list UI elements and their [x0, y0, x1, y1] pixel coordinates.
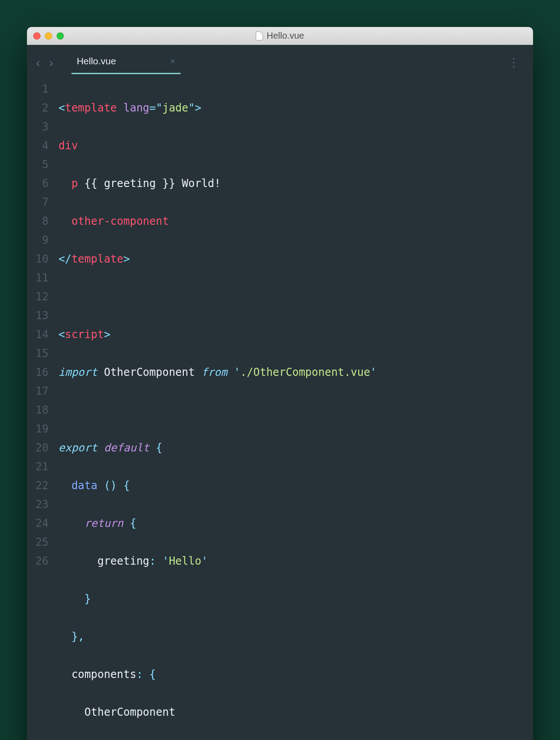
line-number: 2: [33, 98, 49, 117]
line-number: 12: [33, 287, 49, 306]
traffic-lights: [33, 32, 64, 40]
line-number: 26: [33, 552, 49, 571]
code-line: import OtherComponent from './OtherCompo…: [58, 363, 524, 382]
line-number: 4: [33, 136, 49, 155]
code-line: OtherComponent: [58, 703, 524, 722]
code-content[interactable]: <template lang="jade"> div p {{ greeting…: [58, 80, 533, 740]
code-line: },: [58, 627, 524, 646]
tab-overflow-icon[interactable]: ⋮: [503, 56, 524, 70]
minimize-window-button[interactable]: [45, 32, 52, 40]
line-number: 9: [33, 231, 49, 250]
tab-label: Hello.vue: [77, 56, 116, 67]
line-number: 3: [33, 117, 49, 136]
line-number: 1: [33, 80, 49, 98]
code-line: }: [58, 589, 524, 608]
back-icon[interactable]: ‹: [36, 56, 40, 70]
code-line: [58, 401, 524, 419]
line-number: 5: [33, 155, 49, 174]
close-window-button[interactable]: [33, 32, 40, 40]
line-number: 24: [33, 514, 49, 533]
window-title-text: Hello.vue: [267, 31, 304, 41]
code-line: export default {: [58, 438, 524, 457]
tab-hello-vue[interactable]: Hello.vue ×: [71, 51, 181, 74]
code-line: greeting: 'Hello': [58, 552, 524, 571]
close-tab-icon[interactable]: ×: [170, 56, 175, 67]
line-number: 20: [33, 438, 49, 457]
tab-bar: ‹ › Hello.vue × ⋮: [27, 45, 533, 74]
zoom-window-button[interactable]: [57, 32, 64, 40]
line-number: 22: [33, 476, 49, 495]
code-line: [58, 287, 524, 306]
code-line: </template>: [58, 250, 524, 268]
file-icon: [256, 31, 263, 40]
line-number: 7: [33, 193, 49, 212]
line-number: 15: [33, 344, 49, 363]
line-number: 8: [33, 212, 49, 231]
line-gutter: 1 2 3 4 5 6 7 8 9 10 11 12 13 14 15 16 1…: [27, 80, 58, 740]
line-number: 13: [33, 306, 49, 325]
line-number: 10: [33, 250, 49, 268]
editor-window: Hello.vue ‹ › Hello.vue × ⋮ 1 2 3 4 5 6 …: [27, 27, 533, 740]
line-number: 11: [33, 268, 49, 287]
code-line: p {{ greeting }} World!: [58, 174, 524, 193]
code-line: other-component: [58, 212, 524, 231]
line-number: 16: [33, 363, 49, 382]
code-line: data () {: [58, 476, 524, 495]
forward-icon[interactable]: ›: [49, 56, 53, 70]
code-line: components: {: [58, 665, 524, 684]
line-number: 18: [33, 401, 49, 419]
line-number: 14: [33, 325, 49, 344]
code-line: return {: [58, 514, 524, 533]
window-title: Hello.vue: [27, 31, 533, 41]
line-number: 23: [33, 495, 49, 514]
code-editor[interactable]: 1 2 3 4 5 6 7 8 9 10 11 12 13 14 15 16 1…: [27, 74, 533, 740]
line-number: 6: [33, 174, 49, 193]
line-number: 17: [33, 382, 49, 401]
line-number: 25: [33, 533, 49, 552]
titlebar: Hello.vue: [27, 27, 533, 45]
line-number: 21: [33, 457, 49, 476]
code-line: <script>: [58, 325, 524, 344]
nav-arrows: ‹ ›: [36, 56, 53, 70]
line-number: 19: [33, 419, 49, 438]
code-line: div: [58, 136, 524, 155]
code-line: <template lang="jade">: [58, 98, 524, 117]
